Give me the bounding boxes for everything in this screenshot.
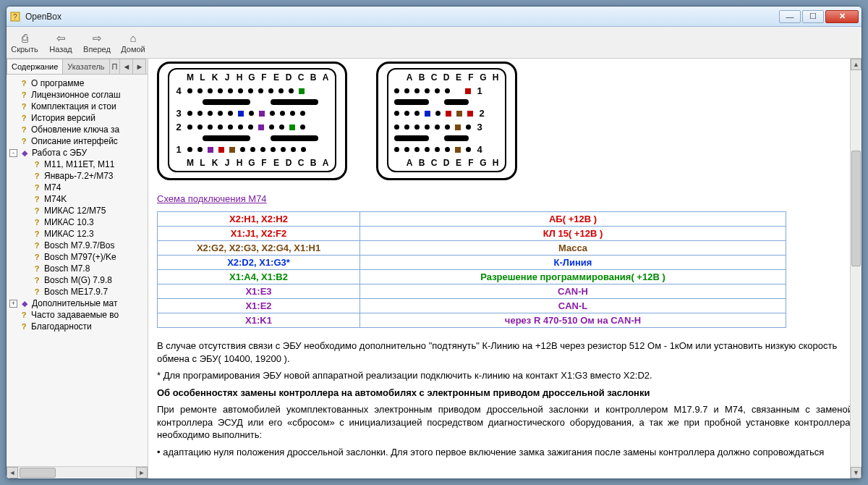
help-icon: ?: [31, 275, 43, 285]
table-row: X2:H1, X2:H2АБ( +12В ): [158, 212, 786, 227]
help-icon: ?: [31, 252, 43, 262]
tree-item[interactable]: ?МИКАС 12.3: [8, 228, 146, 240]
expand-icon[interactable]: -: [9, 149, 17, 157]
schema-link[interactable]: Схема подключения М74: [157, 193, 267, 204]
tree-label: Благодарности: [31, 321, 92, 332]
pin-table: X2:H1, X2:H2АБ( +12В )X1:J1, X2:F2КЛ 15(…: [157, 211, 786, 328]
tree-item[interactable]: ?Описание интерфейс: [8, 135, 146, 147]
tree-label: МИКАС 12.3: [44, 229, 94, 239]
help-icon: ?: [18, 78, 30, 88]
tree-label: Обновление ключа за: [31, 125, 119, 135]
tree-item[interactable]: ?Bosch M(G) 7.9.8: [8, 274, 146, 286]
help-icon: ?: [31, 217, 43, 227]
pin-cell: X1:A4, X1:B2: [158, 270, 360, 284]
tree-item[interactable]: ?История версий: [8, 112, 146, 124]
home-button[interactable]: ⌂Домой: [119, 32, 147, 54]
tree-item[interactable]: ?Bosch M797(+)/Ke: [8, 251, 146, 263]
vscroll-thumb[interactable]: [851, 151, 861, 266]
tree-item[interactable]: ?Лицензионное соглаш: [8, 89, 146, 101]
table-row: X1:J1, X2:F2КЛ 15( +12В ): [158, 227, 786, 241]
tree-item[interactable]: ?Bosch M7.9.7/Bos: [8, 240, 146, 251]
content-pane: MLKJHGFEDCBA 4 3 2 1: [148, 59, 861, 478]
forward-button[interactable]: ⇨Вперед: [83, 32, 111, 54]
table-row: X2:D2, X1:G3*К-Линия: [158, 256, 786, 270]
tab-nav-right[interactable]: ►: [132, 59, 146, 74]
tab-index[interactable]: Указатель: [62, 59, 109, 74]
pin-cell: X2:G2, X2:G3, X2:G4, X1:H1: [158, 241, 360, 256]
help-icon: ?: [18, 125, 30, 135]
tree-item[interactable]: ?Bosch ME17.9.7: [8, 286, 146, 298]
desc-cell: Разрешение программирования( +12В ): [360, 270, 786, 284]
desc-cell: через R 470-510 Ом на CAN-H: [360, 313, 786, 328]
tree-label: Bosch M7.9.7/Bos: [44, 240, 114, 250]
tree-item[interactable]: ?Январь-7.2+/М73: [8, 170, 146, 182]
tab-nav-left[interactable]: ◄: [119, 59, 133, 74]
tree-item[interactable]: ?М74K: [8, 193, 146, 205]
tree-label: О программе: [31, 78, 84, 88]
minimize-button[interactable]: —: [779, 10, 801, 23]
tree-label: МИКАС 12/М75: [44, 206, 106, 216]
scroll-left-icon[interactable]: ◄: [7, 467, 18, 478]
tree-label: М74K: [44, 194, 67, 204]
help-icon: ?: [18, 321, 30, 332]
tree-label: Bosch ME17.9.7: [44, 287, 108, 297]
tree-label: М74: [44, 182, 61, 193]
svg-text:?: ?: [13, 13, 17, 21]
tree-item[interactable]: ?М11, М11ЕТ, М11: [8, 159, 146, 170]
hscroll-thumb[interactable]: [20, 468, 56, 478]
help-icon: ?: [31, 194, 43, 204]
scroll-up-icon[interactable]: ▲: [851, 59, 861, 70]
book-icon: ◆: [19, 298, 30, 308]
tree-label: Описание интерфейс: [31, 136, 118, 146]
close-button[interactable]: ✕: [825, 10, 859, 23]
book-icon: ◆: [19, 148, 30, 158]
app-window: ? OpenBox — ☐ ✕ ⎙Скрыть ⇦Назад ⇨Вперед ⌂…: [6, 6, 862, 479]
nav-hscroll[interactable]: ◄ ►: [7, 466, 148, 478]
help-icon: ?: [31, 171, 43, 181]
tree-item[interactable]: ?О программе: [8, 77, 146, 89]
body-split: Содержание Указатель П ◄ ► ?О программе?…: [7, 59, 861, 478]
tree-item[interactable]: ?Bosch M7.8: [8, 263, 146, 274]
tree-label: МИКАС 10.3: [44, 217, 94, 227]
tab-search[interactable]: П: [109, 59, 121, 74]
desc-cell: CAN-L: [360, 299, 786, 313]
help-icon: ?: [31, 240, 43, 250]
help-icon: ?: [31, 206, 43, 216]
table-row: X2:G2, X2:G3, X2:G4, X1:H1Масса: [158, 241, 786, 256]
tree-item[interactable]: +◆Дополнительные мат: [8, 298, 146, 309]
tree-item[interactable]: -◆Работа с ЭБУ: [8, 147, 146, 159]
tree-item[interactable]: ?Благодарности: [8, 321, 146, 332]
table-row: X1:E2CAN-L: [158, 299, 786, 313]
tree-item[interactable]: ?МИКАС 12/М75: [8, 205, 146, 216]
tree-label: М11, М11ЕТ, М11: [44, 159, 114, 169]
scroll-right-icon[interactable]: ►: [136, 467, 148, 478]
tree-label: Январь-7.2+/М73: [44, 171, 114, 181]
maximize-button[interactable]: ☐: [802, 10, 824, 23]
tree-label: Лицензионное соглаш: [31, 90, 121, 100]
hide-button[interactable]: ⎙Скрыть: [11, 32, 38, 54]
expand-icon[interactable]: +: [9, 300, 17, 308]
content-vscroll[interactable]: ▲ ▼: [850, 59, 861, 478]
tree-label: Комплектация и стои: [31, 101, 116, 111]
section-heading: Об особенностях замены контроллера на ав…: [157, 387, 853, 400]
tree-item[interactable]: ?Часто задаваемые во: [8, 309, 146, 321]
scroll-down-icon[interactable]: ▼: [851, 467, 861, 478]
help-icon: ?: [31, 229, 43, 239]
help-icon: ?: [18, 310, 30, 320]
help-icon: ?: [31, 182, 43, 193]
tree-item[interactable]: ?МИКАС 10.3: [8, 216, 146, 228]
tree-item[interactable]: ?М74: [8, 182, 146, 193]
content-wrap: MLKJHGFEDCBA 4 3 2 1: [148, 59, 861, 478]
pin-cell: X2:H1, X2:H2: [158, 212, 360, 227]
tree-label: Bosch M797(+)/Ke: [44, 252, 116, 262]
tree-item[interactable]: ?Обновление ключа за: [8, 124, 146, 135]
tree-item[interactable]: ?Комплектация и стои: [8, 101, 146, 112]
window-buttons: — ☐ ✕: [779, 10, 859, 23]
toc-tree[interactable]: ?О программе?Лицензионное соглаш?Комплек…: [7, 75, 148, 466]
back-button[interactable]: ⇦Назад: [47, 32, 75, 54]
pin-cell: X1:K1: [158, 313, 360, 328]
help-icon: ?: [31, 263, 43, 274]
bullet-adaptation: • адаптацию нуля положения дроссельной з…: [157, 446, 853, 459]
tab-contents[interactable]: Содержание: [7, 59, 63, 74]
paragraph-kline: В случае отсутствия связи с ЭБУ необходи…: [157, 340, 853, 365]
